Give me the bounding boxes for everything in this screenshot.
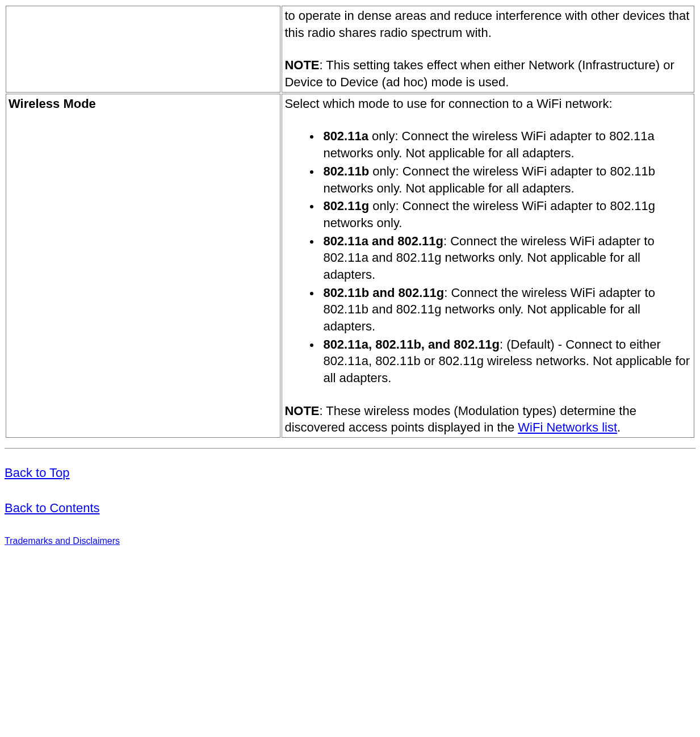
list-item: 802.11a only: Connect the wireless WiFi … [321, 128, 691, 161]
setting-label-cell [6, 6, 280, 93]
list-item: 802.11b only: Connect the wireless WiFi … [321, 163, 691, 196]
list-item: 802.11g only: Connect the wireless WiFi … [321, 198, 691, 231]
wireless-modes-list: 802.11a only: Connect the wireless WiFi … [284, 128, 691, 386]
list-item: 802.11a, 802.11b, and 802.11g: (Default)… [321, 336, 691, 387]
note-label: NOTE [284, 404, 319, 418]
setting-desc-cell: Select which mode to use for connection … [282, 94, 694, 438]
note-body: : This setting takes effect when either … [284, 58, 674, 89]
table-row: Wireless Mode Select which mode to use f… [6, 94, 694, 438]
nav-item: Back to Contents [5, 500, 695, 517]
intro-text: Select which mode to use for connection … [284, 95, 691, 112]
wifi-networks-list-link[interactable]: WiFi Networks list [518, 420, 617, 434]
list-item: 802.11a and 802.11g: Connect the wireles… [321, 233, 691, 283]
mode-name: 802.11a and 802.11g [323, 234, 443, 248]
note-post: . [617, 420, 621, 434]
mode-name: 802.11a [323, 129, 368, 143]
settings-table: to operate in dense areas and reduce int… [5, 5, 695, 439]
trademarks-link[interactable]: Trademarks and Disclaimers [5, 536, 120, 546]
setting-label-cell: Wireless Mode [6, 94, 280, 438]
nav-item: Trademarks and Disclaimers [5, 535, 695, 547]
setting-desc-cell: to operate in dense areas and reduce int… [282, 6, 694, 93]
back-to-contents-link[interactable]: Back to Contents [5, 501, 100, 515]
mode-desc: only: Connect the wireless WiFi adapter … [323, 129, 654, 160]
note-text: NOTE: This setting takes effect when eit… [284, 57, 691, 90]
mode-desc: only: Connect the wireless WiFi adapter … [323, 164, 655, 195]
mode-name: 802.11b and 802.11g [323, 286, 444, 300]
note-text: NOTE: These wireless modes (Modulation t… [284, 403, 691, 436]
note-label: NOTE [284, 58, 319, 72]
divider [5, 448, 695, 449]
desc-text: to operate in dense areas and reduce int… [284, 7, 691, 41]
back-to-top-link[interactable]: Back to Top [5, 466, 70, 480]
list-item: 802.11b and 802.11g: Connect the wireles… [321, 284, 691, 335]
setting-label: Wireless Mode [9, 97, 96, 111]
mode-name: 802.11a, 802.11b, and 802.11g [323, 337, 500, 351]
nav-item: Back to Top [5, 464, 695, 481]
mode-name: 802.11g [323, 199, 369, 213]
mode-name: 802.11b [323, 164, 369, 178]
mode-desc: only: Connect the wireless WiFi adapter … [323, 199, 655, 230]
table-row: to operate in dense areas and reduce int… [6, 6, 694, 93]
